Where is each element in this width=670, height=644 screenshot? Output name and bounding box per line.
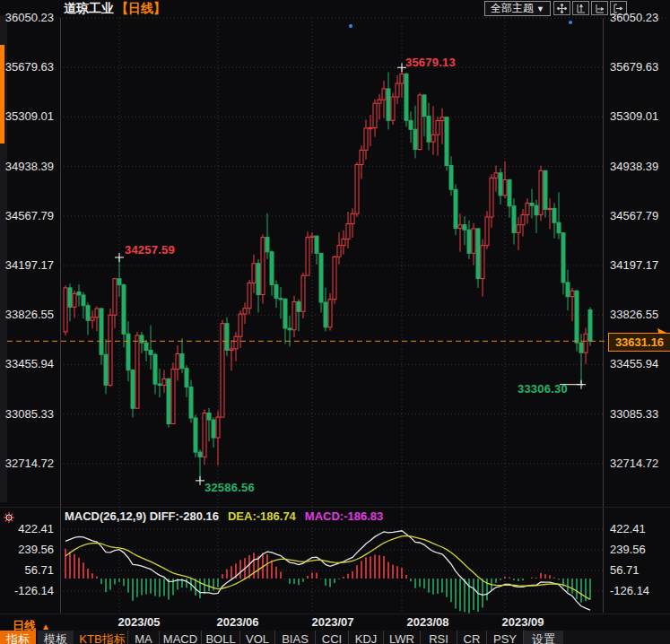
diff-line — [65, 531, 590, 610]
axis-zoom-vertical-button[interactable] — [572, 1, 589, 15]
macd-axis-label: 422.41 — [2, 523, 54, 535]
indicator-shortcuts: MAMACDBOLLVOLBIASCCIKDJLWRRSICRPSY — [127, 631, 523, 644]
tab-templates[interactable]: 模板 — [38, 631, 74, 644]
macd-axis-label: 56.71 — [610, 564, 662, 577]
price-axis-label: 32714.72 — [2, 457, 54, 470]
price-axis-label: 33455.94 — [610, 358, 662, 370]
macd-axis-label: -126.14 — [2, 585, 54, 597]
macd-header: MACD(26,12,9) DIFF:-280.16 DEA:-186.74 M… — [65, 509, 383, 523]
price-axis-label: 34197.17 — [2, 259, 54, 272]
indicator-item-psy[interactable]: PSY — [486, 631, 523, 644]
grid-lines — [9, 18, 668, 613]
indicator-item-vol[interactable]: VOL — [239, 631, 274, 644]
indicator-item-ma[interactable]: MA — [127, 631, 159, 644]
symbol-title: 道琼工业 — [64, 1, 114, 17]
price-axis-label: 36050.23 — [2, 12, 54, 24]
price-axis-label: 33085.33 — [610, 408, 662, 421]
macd-axis-label: 239.56 — [610, 544, 662, 556]
tab-indicators[interactable]: 指标 — [0, 631, 36, 644]
price-axis-label: 33455.94 — [2, 358, 54, 370]
x-axis-label: 2023/08 — [396, 615, 459, 629]
indicator-item-bias[interactable]: BIAS — [274, 631, 315, 644]
x-axis-label: 2023/09 — [492, 615, 554, 629]
price-axis-label: 34197.17 — [610, 259, 662, 272]
event-dot — [569, 21, 572, 24]
indicator-item-cr[interactable]: CR — [457, 631, 486, 644]
annotation-recent-low-price: 33306.30 — [518, 382, 568, 396]
price-axis-label: 34938.39 — [2, 161, 54, 173]
macd-axis-label: 56.71 — [2, 564, 54, 577]
axis-zoom-horizontal-icon — [595, 4, 605, 13]
indicator-starburst-icon[interactable] — [4, 512, 14, 523]
last-price-tag: 33631.16 — [608, 333, 670, 352]
x-axis-label: 2023/06 — [206, 615, 269, 629]
macd-title-and-diff: MACD(26,12,9) DIFF:-280.16 — [65, 509, 219, 523]
price-axis-label: 35679.63 — [2, 61, 54, 74]
indicator-item-kdj[interactable]: KDJ — [348, 631, 383, 644]
key-point-markers — [115, 63, 586, 485]
titlebar: 道琼工业 【日线】 — [64, 1, 166, 16]
macd-macd-value: MACD:-186.83 — [305, 509, 383, 523]
indicator-item-macd[interactable]: MACD — [159, 631, 201, 644]
theme-dropdown[interactable]: 全部主题 ▼ — [484, 1, 551, 16]
chevron-down-icon: ▼ — [536, 4, 544, 13]
price-axis-label: 35309.01 — [2, 110, 54, 123]
macd-axis-label: -126.14 — [610, 585, 662, 597]
price-axis-label: 34567.79 — [2, 210, 54, 222]
x-axis-label: 2023/07 — [301, 615, 364, 629]
price-axis-label: 34938.39 — [610, 161, 662, 173]
price-axis-label: 33826.55 — [610, 309, 662, 321]
theme-dropdown-label: 全部主题 — [491, 1, 534, 16]
dea-line — [65, 535, 590, 599]
indicator-item-cci[interactable]: CCI — [315, 631, 348, 644]
period-tag: 【日线】 — [116, 1, 166, 17]
macd-layer — [65, 531, 590, 614]
pan-cross-icon — [557, 4, 567, 13]
price-axis-label: 36050.23 — [610, 12, 662, 24]
indicator-item-boll[interactable]: BOLL — [201, 631, 239, 644]
indicator-item-rsi[interactable]: RSI — [420, 631, 457, 644]
price-axis-label: 33826.55 — [2, 309, 54, 321]
x-axis-label: 2023/05 — [108, 615, 170, 629]
price-axis-label: 33085.33 — [2, 408, 54, 421]
price-axis-label: 32714.72 — [610, 457, 662, 470]
indicator-item-lwr[interactable]: LWR — [383, 631, 420, 644]
candles-layer — [64, 67, 592, 481]
candlestick-chart[interactable] — [0, 0, 670, 644]
macd-axis-label: 422.41 — [610, 523, 662, 535]
annotation-local-high-price: 34257.59 — [125, 243, 175, 257]
left-scroll-thumb[interactable] — [0, 45, 4, 144]
macd-dea-value: DEA:-186.74 — [228, 509, 296, 523]
macd-axis-label: 239.56 — [2, 544, 54, 556]
axis-zoom-horizontal-button[interactable] — [591, 1, 608, 15]
pan-cross-button[interactable] — [553, 1, 570, 15]
price-axis-label: 35679.63 — [610, 61, 662, 74]
annotation-low-price: 32586.56 — [204, 481, 255, 494]
price-axis-label: 34567.79 — [610, 210, 662, 222]
axis-zoom-vertical-icon — [576, 4, 586, 13]
annotation-high-price: 35679.13 — [405, 56, 456, 69]
price-axis-label: 35309.01 — [610, 110, 662, 123]
stock-chart-window: 道琼工业 【日线】 全部主题 ▼ — [0, 0, 670, 644]
tab-ktb-indicators[interactable]: KTB指标 — [77, 631, 127, 644]
triangle-up-icon: ▲ — [41, 622, 50, 631]
indicator-toolbar: 指标 模板 KTB指标 MAMACDBOLLVOLBIASCCIKDJLWRRS… — [0, 631, 670, 644]
event-dot — [349, 24, 352, 28]
settings-button[interactable]: 设置 — [523, 631, 563, 644]
